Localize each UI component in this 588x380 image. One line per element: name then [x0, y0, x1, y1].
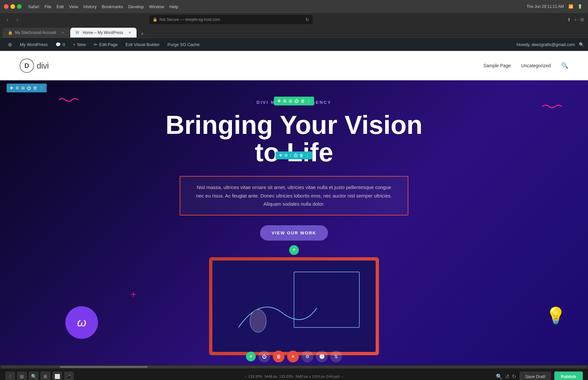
section-delete-icon[interactable]: 🗑: [33, 86, 37, 90]
toolbar-sort-icon[interactable]: ⇅: [330, 351, 342, 362]
text-module[interactable]: Nisl massa, ultrices vitae ornare sit am…: [180, 176, 408, 215]
add-module-button[interactable]: +: [289, 245, 299, 255]
builder-more-icon[interactable]: ⋮: [5, 372, 15, 380]
tab-close-wp[interactable]: ✕: [128, 31, 131, 35]
row-settings-icon[interactable]: ⚙: [283, 99, 287, 103]
tab-siteground[interactable]: 🔒 My SiteGround Account ✕: [3, 28, 70, 38]
menu-window[interactable]: Window: [149, 4, 164, 9]
section-settings-icon[interactable]: ⚙: [15, 86, 19, 90]
deco-chat-bubble: ω: [65, 306, 98, 339]
wp-purge-cache[interactable]: Purge SG Cache: [164, 38, 204, 51]
chat-icon: ω: [77, 316, 86, 329]
traffic-lights[interactable]: [4, 4, 22, 9]
new-label: New: [77, 42, 86, 47]
builder-tablet-icon[interactable]: ⬜: [52, 372, 62, 380]
mac-menu: File Edit View History Bookmarks Develop…: [44, 4, 178, 9]
menu-bookmarks[interactable]: Bookmarks: [102, 4, 123, 9]
toolbar-close-icon[interactable]: ✕: [287, 351, 299, 362]
row-add-icon[interactable]: ✚: [277, 99, 281, 103]
nav-uncategorized[interactable]: Uncategorized: [521, 63, 551, 68]
builder-search-right-icon[interactable]: 🔍: [496, 373, 502, 380]
nav-sample-page[interactable]: Sample Page: [483, 63, 511, 68]
sidebar-icon[interactable]: ⊞: [580, 17, 584, 22]
row-delete-icon[interactable]: 🗑: [301, 99, 305, 103]
module-move-icon[interactable]: ↕: [290, 153, 292, 158]
deco-squiggle-right: [542, 103, 562, 110]
toolbar-history-icon[interactable]: 🕐: [316, 351, 328, 362]
new-tab-button[interactable]: +: [137, 31, 147, 38]
wp-comments[interactable]: 💬 0: [52, 38, 69, 51]
reload-icon[interactable]: ↻: [305, 17, 309, 22]
menu-develop[interactable]: Develop: [128, 4, 144, 9]
builder-layout-icon[interactable]: ⊞: [17, 372, 27, 380]
section-layout-icon[interactable]: ⊞: [21, 86, 25, 90]
arrow-left[interactable]: ‹: [245, 374, 246, 378]
fullscreen-button[interactable]: [17, 4, 22, 9]
section-add-icon[interactable]: ✚: [10, 86, 13, 90]
row-more-icon[interactable]: ⋮: [307, 99, 311, 103]
scrollbar-thumb[interactable]: [60, 366, 148, 368]
section-more-icon[interactable]: ⋮: [39, 86, 43, 90]
lock-icon: 🔒: [153, 17, 157, 22]
app-name: Safari: [28, 4, 39, 9]
deco-squiggle-left: [59, 97, 78, 103]
wp-new[interactable]: + New: [69, 38, 90, 51]
tab-close-siteground[interactable]: ✕: [61, 31, 64, 35]
scrollbar[interactable]: [0, 365, 588, 369]
url-text[interactable]: Not Secure — donjetv.sg-host.com: [159, 17, 220, 22]
module-settings-icon[interactable]: ⚙: [284, 153, 288, 158]
menu-view[interactable]: View: [69, 4, 78, 9]
search-nav-icon[interactable]: 🔍: [561, 62, 568, 69]
mac-right-controls: Thu Jun 29 11:11 AM 📶 🔋: [527, 4, 583, 9]
menu-help[interactable]: Help: [170, 4, 178, 9]
row-disable-icon[interactable]: ⏻: [294, 99, 299, 103]
toolbar-power-icon[interactable]: ⏻: [258, 351, 270, 362]
builder-desktop-icon[interactable]: 🖥: [41, 372, 50, 380]
menu-history[interactable]: History: [83, 4, 96, 9]
toolbar-delete-icon[interactable]: 🗑: [273, 351, 285, 362]
wp-logo-item[interactable]: ⊕: [4, 38, 16, 51]
wp-admin-bar: ⊕ My WordPress 💬 0 + New ✏ Edit Page Exi…: [0, 38, 588, 51]
minimize-button[interactable]: [10, 4, 15, 9]
row-controls[interactable]: ✚ ⚙ ⊞ ⏻ 🗑 ⋮: [274, 97, 314, 105]
arrow-right[interactable]: ›: [342, 374, 343, 378]
cta-button[interactable]: VIEW OUR WORK: [260, 225, 328, 241]
wp-site-name[interactable]: My WordPress: [16, 38, 52, 51]
builder-mobile-icon[interactable]: 📱: [64, 372, 74, 380]
toolbar-add-icon[interactable]: +: [246, 352, 256, 361]
save-draft-button[interactable]: Save Draft: [519, 372, 551, 380]
builder-undo-icon[interactable]: ↺: [505, 373, 509, 380]
new-icon: +: [73, 42, 75, 47]
module-add-icon[interactable]: ✚: [279, 153, 282, 158]
search-wp-icon[interactable]: 🔍: [579, 42, 584, 47]
dimensions: 3440 px x 1324 px (144 ppi): [295, 374, 340, 378]
wp-exit-builder[interactable]: Exit Visual Builder: [122, 38, 164, 51]
zoom-level: 133.33%: [248, 374, 262, 378]
menu-edit[interactable]: Edit: [57, 4, 64, 9]
close-button[interactable]: [4, 4, 8, 9]
row-layout-icon[interactable]: ⊞: [289, 99, 292, 103]
wp-edit-page[interactable]: ✏ Edit Page: [90, 38, 122, 51]
builder-redo-icon[interactable]: ↻: [512, 373, 516, 380]
section-controls[interactable]: ✚ ⚙ ⊞ ⏻ 🗑 ⋮: [7, 84, 47, 92]
back-button[interactable]: ‹: [4, 16, 11, 23]
tab-wordpress[interactable]: W Home – My WordPress ✕: [70, 28, 137, 38]
module-delete-icon[interactable]: 🗑: [300, 153, 303, 158]
publish-button[interactable]: Publish: [554, 372, 583, 380]
address-bar[interactable]: 🔒 Not Secure — donjetv.sg-host.com ↻: [149, 15, 313, 24]
site-logo: D divi: [20, 58, 49, 73]
module-controls[interactable]: ✚ ⚙ ↕ ⏻ 🗑 ⋮: [276, 151, 313, 159]
mac-titlebar: Safari File Edit View History Bookmarks …: [0, 0, 588, 13]
builder-bar-left: ⋮ ⊞ 🔍 🖥 ⬜ 📱: [5, 372, 74, 380]
menu-file[interactable]: File: [44, 4, 51, 9]
builder-bar: ⋮ ⊞ 🔍 🖥 ⬜ 📱 ‹ 133.33% 3446 px 133.33% 34…: [0, 369, 588, 380]
new-tab-icon[interactable]: +: [574, 17, 577, 22]
size-px: 3446 px: [264, 374, 277, 378]
module-disable-icon[interactable]: ⏻: [294, 153, 298, 158]
toolbar-settings-icon[interactable]: ⚙: [302, 351, 313, 362]
share-icon[interactable]: ⬆: [567, 17, 571, 22]
builder-search-icon[interactable]: 🔍: [29, 372, 39, 380]
forward-button[interactable]: ›: [14, 16, 21, 23]
section-disable-icon[interactable]: ⏻: [27, 86, 31, 90]
module-more-icon[interactable]: ⋮: [305, 153, 309, 158]
